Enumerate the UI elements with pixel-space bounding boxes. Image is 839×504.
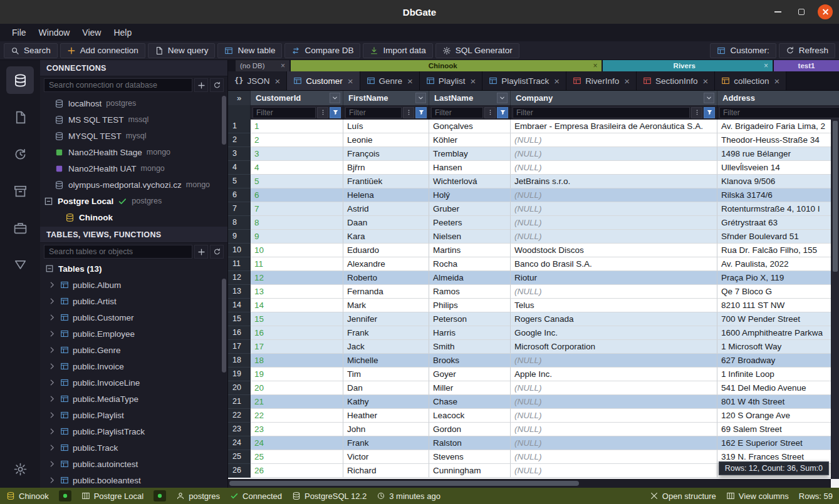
cell[interactable]: Eduardo <box>343 244 429 257</box>
cell[interactable]: 1600 Amphitheatre Parkwa <box>717 326 839 340</box>
table-row[interactable]: 2222HeatherLeacock(NULL)120 S Orange Ave <box>228 409 839 423</box>
sidebar-file-button[interactable] <box>6 103 34 131</box>
table-row[interactable]: 1818MichelleBrooks(NULL)627 Broadway <box>228 354 839 368</box>
cell[interactable]: Rua Dr. Falcão Filho, 155 <box>717 244 839 257</box>
menu-help[interactable]: Help <box>108 26 137 39</box>
filter-input-customerid[interactable] <box>253 107 316 118</box>
sidebar-briefcase-button[interactable] <box>6 214 34 242</box>
maximize-icon[interactable] <box>794 4 809 19</box>
cell[interactable]: 3 <box>251 147 343 161</box>
table-row[interactable]: 1010EduardoMartinsWoodstock DiscosRua Dr… <box>228 244 839 257</box>
cell[interactable]: Köhler <box>429 133 511 147</box>
cell[interactable]: (NULL) <box>511 354 717 368</box>
cell[interactable]: (NULL) <box>511 147 717 161</box>
toolbar-button-search[interactable]: Search <box>4 43 58 58</box>
cell[interactable]: 1 Infinite Loop <box>717 368 839 381</box>
cell[interactable]: Roberto <box>343 271 429 285</box>
cell[interactable]: Rilská 3174/6 <box>717 188 839 202</box>
cell[interactable]: Bjřrn <box>343 161 429 175</box>
tab-json[interactable]: {}JSON× <box>228 71 287 90</box>
cell[interactable]: 22 <box>251 409 343 423</box>
cell[interactable]: 541 Del Medio Avenue <box>717 381 839 395</box>
cell[interactable]: Hansen <box>429 161 511 175</box>
cell[interactable]: Peterson <box>429 312 511 326</box>
table-row[interactable]: 1414MarkPhilipsTelus8210 111 ST NW <box>228 299 839 312</box>
cell[interactable]: Wichterlová <box>429 175 511 188</box>
status-postgresql-12-2[interactable]: PostgreSQL 12.2 <box>292 491 367 501</box>
cell[interactable]: Gonçalves <box>429 120 511 133</box>
add-connection-button[interactable] <box>194 78 208 92</box>
cell[interactable]: Microsoft Corporation <box>511 340 717 354</box>
close-icon[interactable]: × <box>274 76 280 86</box>
connection-nano2health-stage[interactable]: Nano2Health Stagemongo <box>40 144 227 160</box>
dots-vertical-icon[interactable] <box>691 107 702 118</box>
table-row[interactable]: 1919TimGoyerApple Inc.1 Infinite Loop <box>228 368 839 381</box>
db-tab-no-db[interactable]: (no DB)× <box>236 60 289 71</box>
chevron-down-icon[interactable] <box>415 93 426 103</box>
cell[interactable]: 5 <box>251 175 343 188</box>
column-header-address[interactable]: Address <box>717 91 839 105</box>
cell[interactable]: Grétrystraat 63 <box>717 216 839 230</box>
cell[interactable]: Frantiūek <box>343 175 429 188</box>
chevron-down-icon[interactable] <box>704 93 714 103</box>
cell[interactable]: Gruber <box>429 202 511 216</box>
tab-genre[interactable]: Genre× <box>360 71 420 90</box>
cell[interactable]: (NULL) <box>511 450 717 464</box>
toolbar-button-add-connection[interactable]: Add connection <box>60 43 145 58</box>
cell[interactable]: Goyer <box>429 368 511 381</box>
close-icon[interactable]: × <box>702 76 708 86</box>
toolbar-button-new-query[interactable]: New query <box>148 43 216 58</box>
dots-vertical-icon[interactable] <box>317 107 328 118</box>
table-item-public-mediatype[interactable]: public.MediaType <box>40 391 227 407</box>
connection-nano2health-uat[interactable]: Nano2Health UATmongo <box>40 160 227 177</box>
tab-riverinfo[interactable]: RiverInfo× <box>566 71 637 90</box>
dots-vertical-icon[interactable] <box>484 107 496 118</box>
cell[interactable]: (NULL) <box>511 464 717 478</box>
minimize-icon[interactable] <box>770 4 785 19</box>
cell[interactable]: 1498 rue Bélanger <box>717 147 839 161</box>
cell[interactable]: 20 <box>251 381 343 395</box>
cell[interactable]: (NULL) <box>511 409 717 423</box>
cell[interactable]: Stevens <box>429 450 511 464</box>
cell[interactable]: 700 W Pender Street <box>717 312 839 326</box>
filter-input-firstname[interactable] <box>345 107 402 118</box>
cell[interactable]: Klanova 9/506 <box>717 175 839 188</box>
cell[interactable]: (NULL) <box>511 188 717 202</box>
cell[interactable]: Jennifer <box>343 312 429 326</box>
cell[interactable]: 8210 111 ST NW <box>717 299 839 312</box>
cell[interactable]: (NULL) <box>511 423 717 436</box>
connection-olympus-medportal-vychozi-cz[interactable]: olympus-medportal.vychozi.czmongo <box>40 177 227 193</box>
funnel-icon[interactable] <box>415 107 427 118</box>
close-icon[interactable]: × <box>471 76 476 86</box>
chevron-down-icon[interactable] <box>497 93 508 103</box>
table-row[interactable]: 1717JackSmithMicrosoft Corporation1 Micr… <box>228 340 839 354</box>
cell[interactable]: Apple Inc. <box>511 368 717 381</box>
connection-localhost[interactable]: localhostpostgres <box>40 95 227 111</box>
cell[interactable]: Philips <box>429 299 511 312</box>
cell[interactable]: 1 Microsoft Way <box>717 340 839 354</box>
cell[interactable]: 7 <box>251 202 343 216</box>
close-icon[interactable]: × <box>554 76 560 86</box>
cell[interactable]: Praça Pio X, 119 <box>717 271 839 285</box>
cell[interactable]: 25 <box>251 450 343 464</box>
refresh-connections-button[interactable] <box>210 78 224 92</box>
cell[interactable]: (NULL) <box>511 216 717 230</box>
close-icon[interactable] <box>818 4 833 19</box>
cell[interactable]: 162 E Superior Street <box>717 436 839 450</box>
cell[interactable]: 12 <box>251 271 343 285</box>
status-3-minutes-ago[interactable]: 3 minutes ago <box>377 491 440 501</box>
cell[interactable]: Kathy <box>343 395 429 409</box>
toolbar-button-sql-generator[interactable]: SQL Generator <box>435 43 519 58</box>
tab-sectioninfo[interactable]: SectionInfo× <box>637 71 715 90</box>
dots-vertical-icon[interactable] <box>403 107 414 118</box>
cell[interactable]: 11 <box>251 257 343 271</box>
cell[interactable]: (NULL) <box>511 381 717 395</box>
cell[interactable]: Banco do Brasil S.A. <box>511 257 717 271</box>
cell[interactable]: Google Inc. <box>511 326 717 340</box>
cell[interactable]: Jack <box>343 340 429 354</box>
close-icon[interactable]: × <box>593 62 597 69</box>
connections-panel-header[interactable]: CONNECTIONS <box>40 60 227 76</box>
scrollbar-thumb[interactable] <box>229 481 579 486</box>
table-row[interactable]: 2121KathyChase(NULL)801 W 4th Street <box>228 395 839 409</box>
cell[interactable]: Almeida <box>429 271 511 285</box>
